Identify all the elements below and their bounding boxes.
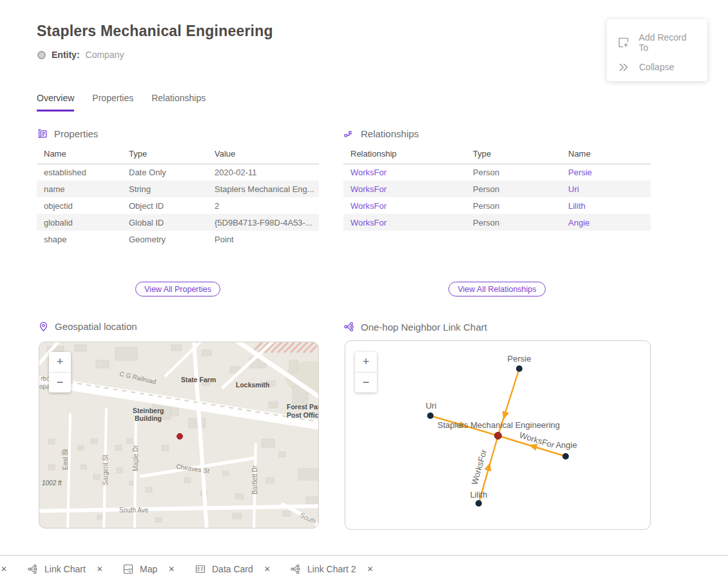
close-icon[interactable]: ✕	[1, 565, 7, 574]
cell-link[interactable]: Lilith	[568, 201, 586, 211]
map-canvas[interactable]: rbour opaedics C G Railroad State Farm L…	[39, 342, 319, 529]
bottom-tab-data-card[interactable]: Data Card ✕	[195, 556, 271, 582]
tab-overview[interactable]: Overview	[37, 93, 74, 112]
close-icon[interactable]: ✕	[264, 565, 271, 574]
map-label-steinberg: Steinberg	[133, 407, 164, 414]
add-record-icon	[617, 36, 630, 49]
section-title: Geospatial location	[55, 321, 137, 332]
cell-link[interactable]: WorksFor	[350, 201, 387, 211]
cell-text: Person	[473, 168, 499, 177]
bottom-tab-map[interactable]: Map ✕	[122, 556, 175, 582]
tab-bar: Overview Properties Relationships	[37, 93, 206, 112]
link-chart-tab-icon	[27, 563, 39, 575]
map-marker[interactable]	[177, 434, 183, 440]
bottom-tab-bar: ✕ Link Chart ✕ Map ✕ Data Card ✕	[0, 555, 728, 582]
map-zoom-control: + −	[49, 352, 71, 393]
cell-text: name	[44, 184, 65, 194]
node-center[interactable]	[495, 432, 502, 440]
table-row: WorksForPersonAngie	[343, 214, 651, 231]
map-card: rbour opaedics C G Railroad State Farm L…	[39, 342, 319, 529]
node-lilith[interactable]	[475, 500, 482, 507]
link-chart-icon	[343, 321, 355, 333]
properties-table: Name Type Value establishedDate Only2020…	[37, 147, 319, 247]
cell-text: Staplers Mechanical Eng...	[215, 184, 314, 194]
map-label-forest-park2: Post Offic	[287, 411, 319, 419]
close-icon[interactable]: ✕	[168, 565, 175, 574]
cell-text: Global ID	[129, 218, 164, 228]
cell-text: Geometry	[129, 235, 166, 244]
linkchart-canvas[interactable]: WorksFor WorksFor Persie Uri Angie Lilit…	[345, 341, 651, 530]
map-label-east-st: East St	[62, 449, 69, 470]
cell-text: established	[44, 168, 86, 177]
table-row: shapeGeometryPoint	[37, 231, 319, 247]
node-uri[interactable]	[427, 412, 434, 419]
zoom-in-button[interactable]: +	[355, 352, 377, 372]
map-label-state-farm: State Farm	[181, 376, 216, 383]
entity-row: Entity: Company	[37, 50, 124, 60]
column-header: Name	[37, 147, 122, 164]
link-chart-tab-icon	[290, 563, 302, 575]
partial-tab-close[interactable]: ✕	[0, 556, 7, 582]
table-row: WorksForPersonUri	[343, 180, 651, 197]
view-all-relationships-button[interactable]: View All Relationships	[448, 282, 545, 296]
linkchart-section-header: One-hop Neighbor Link Chart	[343, 321, 487, 333]
close-icon[interactable]: ✕	[367, 565, 373, 574]
table-row: WorksForPersonPersie	[343, 164, 651, 180]
section-title: Relationships	[361, 128, 419, 139]
map-label-south-ave: South Ave	[119, 507, 149, 514]
table-row: establishedDate Only2020-02-11	[37, 164, 319, 180]
menu-item-label: Collapse	[639, 62, 674, 72]
tab-label: Map	[140, 564, 157, 574]
tab-relationships[interactable]: Relationships	[151, 93, 206, 112]
section-title: One-hop Neighbor Link Chart	[361, 322, 487, 333]
node-persie[interactable]	[516, 365, 522, 372]
cell-link[interactable]: Angie	[568, 218, 589, 228]
map-label-bartlett-dr: Bartlett Dr	[251, 465, 258, 494]
cell-link[interactable]: Uri	[568, 184, 579, 194]
cell-text: 2	[215, 201, 219, 211]
map-scale-text: 1002 ft	[42, 480, 62, 487]
cell-text: Object ID	[129, 201, 164, 211]
view-all-properties-button[interactable]: View All Properties	[135, 282, 220, 296]
entity-value: Company	[86, 50, 124, 60]
relationships-icon	[343, 128, 355, 139]
cell-link[interactable]: WorksFor	[350, 184, 387, 194]
zoom-out-button[interactable]: −	[49, 373, 71, 393]
menu-item-add-record-to[interactable]: Add Record To	[607, 28, 707, 57]
node-label-lilith: Lilith	[470, 490, 488, 500]
map-label-railroad: C G Railroad	[119, 370, 157, 385]
entity-type-dot-icon	[37, 51, 46, 59]
properties-section-header: Properties	[37, 128, 98, 139]
cell-text: 2020-02-11	[215, 168, 257, 177]
map-label-south: South	[299, 511, 317, 525]
section-title: Properties	[54, 128, 98, 139]
menu-item-collapse[interactable]: Collapse	[607, 57, 707, 77]
table-row: nameStringStaplers Mechanical Eng...	[37, 180, 319, 197]
cell-text: Person	[473, 218, 499, 228]
map-tab-icon	[122, 563, 134, 575]
node-label-center: Staplers Mechanical Engineering	[437, 420, 560, 430]
map-label-sargent-st: Sargent St	[102, 455, 109, 485]
zoom-in-button[interactable]: +	[49, 352, 71, 372]
cell-text: Person	[473, 201, 499, 211]
collapse-icon	[617, 61, 630, 73]
bottom-tab-link-chart-2[interactable]: Link Chart 2 ✕	[290, 556, 374, 582]
map-label-forest-park: Forest Par	[287, 403, 319, 411]
relationships-table: Relationship Type Name WorksForPersonPer…	[343, 147, 651, 231]
cell-text: {5D9B4713-F98D-4A53-...	[215, 218, 312, 228]
map-label-locksmith: Locksmith	[236, 381, 270, 389]
cell-link[interactable]: WorksFor	[350, 168, 387, 177]
tab-properties[interactable]: Properties	[92, 93, 133, 112]
close-icon[interactable]: ✕	[97, 565, 103, 574]
column-header: Name	[561, 147, 651, 164]
zoom-out-button[interactable]: −	[355, 373, 377, 393]
node-angie[interactable]	[562, 453, 569, 460]
cell-text: String	[129, 184, 151, 194]
page-title: Staplers Mechanical Engineering	[37, 23, 273, 40]
properties-icon	[37, 128, 48, 139]
tab-label: Data Card	[212, 564, 253, 574]
cell-link[interactable]: WorksFor	[350, 218, 387, 228]
bottom-tab-link-chart[interactable]: Link Chart ✕	[27, 556, 103, 582]
cell-link[interactable]: Persie	[568, 168, 592, 177]
node-label-persie: Persie	[508, 354, 532, 364]
